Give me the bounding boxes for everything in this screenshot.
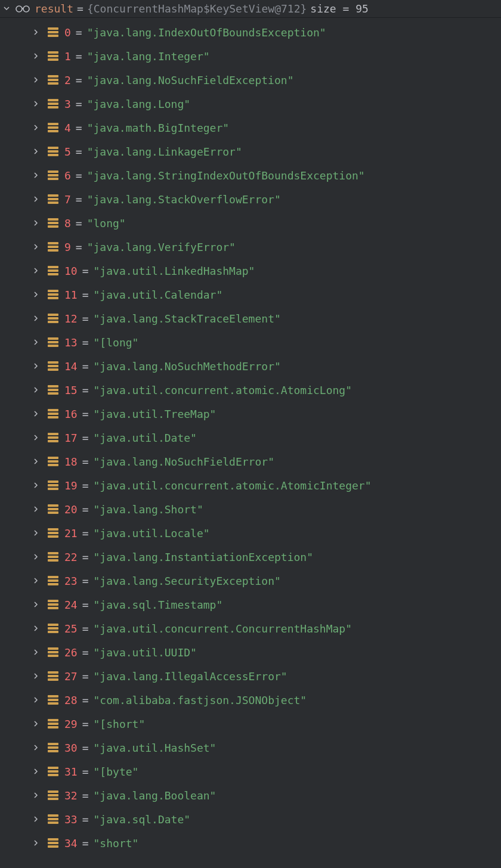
entry-index: 27 xyxy=(64,670,78,683)
list-item[interactable]: 24="java.sql.Timestamp" xyxy=(0,593,501,616)
chevron-right-icon[interactable] xyxy=(30,77,42,83)
chevron-right-icon[interactable] xyxy=(30,673,42,679)
list-item[interactable]: 12="java.lang.StackTraceElement" xyxy=(0,306,501,330)
chevron-right-icon[interactable] xyxy=(30,220,42,226)
list-item[interactable]: 18="java.lang.NoSuchFieldError" xyxy=(0,450,501,473)
chevron-right-icon[interactable] xyxy=(30,172,42,178)
equals-sign: = xyxy=(82,599,89,611)
list-item[interactable]: 10="java.util.LinkedHashMap" xyxy=(0,259,501,283)
equals-sign: = xyxy=(82,336,89,349)
chevron-right-icon[interactable] xyxy=(30,387,42,393)
entry-index: 34 xyxy=(64,837,78,850)
array-element-icon xyxy=(48,624,58,633)
list-item[interactable]: 19="java.util.concurrent.atomic.AtomicIn… xyxy=(0,473,501,497)
chevron-right-icon[interactable] xyxy=(30,792,42,798)
chevron-right-icon[interactable] xyxy=(30,816,42,822)
entries-list: 0="java.lang.IndexOutOfBoundsException"1… xyxy=(0,18,501,855)
chevron-right-icon[interactable] xyxy=(30,29,42,35)
list-item[interactable]: 26="java.util.UUID" xyxy=(0,640,501,664)
array-element-icon xyxy=(48,314,58,323)
chevron-right-icon[interactable] xyxy=(30,125,42,131)
chevron-right-icon[interactable] xyxy=(30,101,42,107)
list-item[interactable]: 22="java.lang.InstantiationException" xyxy=(0,545,501,569)
list-item[interactable]: 25="java.util.concurrent.ConcurrentHashM… xyxy=(0,616,501,640)
list-item[interactable]: 8="long" xyxy=(0,211,501,235)
list-item[interactable]: 33="java.sql.Date" xyxy=(0,807,501,831)
list-item[interactable]: 30="java.util.HashSet" xyxy=(0,736,501,760)
chevron-right-icon[interactable] xyxy=(30,315,42,321)
chevron-right-icon[interactable] xyxy=(30,196,42,202)
list-item[interactable]: 16="java.util.TreeMap" xyxy=(0,402,501,426)
entry-index: 7 xyxy=(64,193,71,206)
entry-value: "java.lang.StackOverflowError" xyxy=(87,193,281,206)
list-item[interactable]: 34="short" xyxy=(0,831,501,855)
chevron-right-icon[interactable] xyxy=(30,625,42,631)
entry-value: "[short" xyxy=(94,718,146,730)
list-item[interactable]: 13="[long" xyxy=(0,330,501,354)
list-item[interactable]: 14="java.lang.NoSuchMethodError" xyxy=(0,354,501,378)
list-item[interactable]: 0="java.lang.IndexOutOfBoundsException" xyxy=(0,20,501,44)
entry-index: 1 xyxy=(64,50,71,63)
entry-index: 21 xyxy=(64,527,78,540)
chevron-right-icon[interactable] xyxy=(30,435,42,441)
list-item[interactable]: 32="java.lang.Boolean" xyxy=(0,783,501,807)
entry-index: 20 xyxy=(64,503,78,516)
list-item[interactable]: 28="com.alibaba.fastjson.JSONObject" xyxy=(0,688,501,712)
equals-sign: = xyxy=(82,408,89,420)
array-element-icon xyxy=(48,337,58,347)
variable-root-row[interactable]: result = {ConcurrentHashMap$KeySetView@7… xyxy=(0,0,501,18)
chevron-right-icon[interactable] xyxy=(30,482,42,488)
chevron-right-icon[interactable] xyxy=(30,602,42,607)
list-item[interactable]: 31="[byte" xyxy=(0,760,501,783)
chevron-down-icon[interactable] xyxy=(1,5,12,11)
entry-index: 14 xyxy=(64,360,78,373)
list-item[interactable]: 29="[short" xyxy=(0,712,501,736)
chevron-right-icon[interactable] xyxy=(30,649,42,655)
chevron-right-icon[interactable] xyxy=(30,506,42,512)
chevron-right-icon[interactable] xyxy=(30,292,42,297)
chevron-right-icon[interactable] xyxy=(30,554,42,560)
entry-value: "java.lang.LinkageError" xyxy=(87,145,242,158)
equals-sign: = xyxy=(82,479,89,492)
list-item[interactable]: 4="java.math.BigInteger" xyxy=(0,116,501,140)
entry-index: 29 xyxy=(64,718,78,730)
list-item[interactable]: 6="java.lang.StringIndexOutOfBoundsExcep… xyxy=(0,163,501,187)
list-item[interactable]: 17="java.util.Date" xyxy=(0,426,501,450)
list-item[interactable]: 3="java.lang.Long" xyxy=(0,92,501,116)
list-item[interactable]: 1="java.lang.Integer" xyxy=(0,44,501,68)
chevron-right-icon[interactable] xyxy=(30,268,42,274)
list-item[interactable]: 27="java.lang.IllegalAccessError" xyxy=(0,664,501,688)
array-element-icon xyxy=(48,194,58,204)
list-item[interactable]: 5="java.lang.LinkageError" xyxy=(0,140,501,163)
list-item[interactable]: 2="java.lang.NoSuchFieldException" xyxy=(0,68,501,92)
list-item[interactable]: 20="java.lang.Short" xyxy=(0,497,501,521)
chevron-right-icon[interactable] xyxy=(30,458,42,464)
list-item[interactable]: 7="java.lang.StackOverflowError" xyxy=(0,187,501,211)
list-item[interactable]: 15="java.util.concurrent.atomic.AtomicLo… xyxy=(0,378,501,402)
list-item[interactable]: 23="java.lang.SecurityException" xyxy=(0,569,501,593)
list-item[interactable]: 11="java.util.Calendar" xyxy=(0,283,501,306)
chevron-right-icon[interactable] xyxy=(30,244,42,250)
entry-index: 30 xyxy=(64,742,78,754)
list-item[interactable]: 21="java.util.Locale" xyxy=(0,521,501,545)
chevron-right-icon[interactable] xyxy=(30,339,42,345)
chevron-right-icon[interactable] xyxy=(30,53,42,59)
list-item[interactable]: 9="java.lang.VerifyError" xyxy=(0,235,501,259)
chevron-right-icon[interactable] xyxy=(30,411,42,417)
entry-index: 10 xyxy=(64,265,78,277)
chevron-right-icon[interactable] xyxy=(30,768,42,774)
chevron-right-icon[interactable] xyxy=(30,530,42,536)
chevron-right-icon[interactable] xyxy=(30,578,42,584)
array-element-icon xyxy=(48,242,58,252)
chevron-right-icon[interactable] xyxy=(30,697,42,703)
watch-glasses-icon xyxy=(14,5,31,13)
chevron-right-icon[interactable] xyxy=(30,745,42,751)
equals-sign: = xyxy=(82,837,89,850)
equals-sign: = xyxy=(82,622,89,635)
equals-sign: = xyxy=(77,2,84,15)
chevron-right-icon[interactable] xyxy=(30,363,42,369)
chevron-right-icon[interactable] xyxy=(30,840,42,846)
chevron-right-icon[interactable] xyxy=(30,721,42,727)
array-element-icon xyxy=(48,576,58,585)
chevron-right-icon[interactable] xyxy=(30,148,42,154)
